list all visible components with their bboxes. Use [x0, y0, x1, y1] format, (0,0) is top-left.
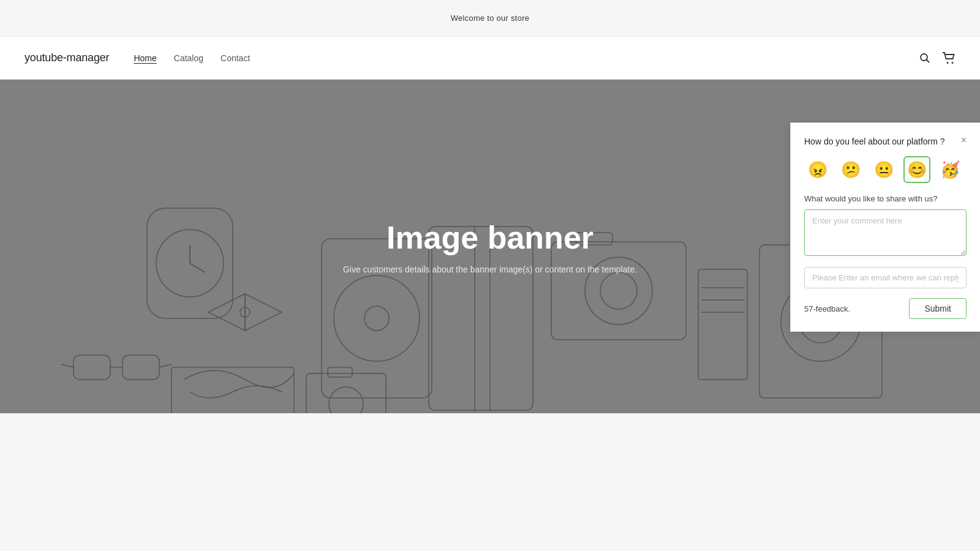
- svg-rect-36: [328, 367, 352, 377]
- search-button[interactable]: [919, 52, 931, 64]
- share-label: What would you like to share with us?: [804, 194, 967, 203]
- emoji-neutral[interactable]: 😐: [870, 156, 897, 183]
- svg-point-35: [329, 387, 363, 413]
- emoji-confused[interactable]: 😕: [837, 156, 864, 183]
- close-button[interactable]: ×: [961, 135, 967, 145]
- feedback-header: How do you feel about our platform ? ×: [804, 137, 967, 146]
- cart-icon: [942, 52, 956, 64]
- svg-rect-12: [123, 355, 159, 380]
- feedback-footer: 57-feedback. Submit: [804, 298, 967, 319]
- header-left: youtube-manager Home Catalog Contact: [24, 51, 250, 64]
- emoji-row: 😠 😕 😐 😊 🥳: [804, 156, 967, 183]
- svg-point-2: [947, 62, 949, 64]
- emoji-excited[interactable]: 🥳: [937, 156, 963, 183]
- svg-point-3: [952, 62, 954, 64]
- svg-marker-8: [208, 294, 245, 331]
- nav-catalog[interactable]: Catalog: [174, 53, 203, 63]
- email-input[interactable]: [804, 267, 967, 288]
- svg-line-14: [61, 364, 74, 367]
- comment-textarea[interactable]: [804, 209, 967, 256]
- header-icons: [919, 52, 956, 64]
- svg-point-18: [364, 306, 389, 331]
- site-name: youtube-manager: [24, 51, 109, 64]
- emoji-angry[interactable]: 😠: [804, 156, 831, 183]
- svg-line-1: [927, 59, 930, 62]
- announcement-text: Welcome to our store: [451, 13, 530, 23]
- nav-home[interactable]: Home: [134, 53, 156, 63]
- nav-contact[interactable]: Contact: [221, 53, 250, 63]
- hero-content: Image banner Give customers details abou…: [343, 219, 637, 274]
- header: youtube-manager Home Catalog Contact: [0, 37, 980, 80]
- svg-rect-26: [698, 269, 747, 380]
- cart-button[interactable]: [942, 52, 956, 64]
- svg-rect-33: [172, 367, 294, 413]
- svg-point-24: [600, 272, 637, 309]
- hero-title: Image banner: [343, 219, 637, 256]
- svg-line-7: [190, 263, 205, 272]
- hero-subtitle: Give customers details about the banner …: [343, 264, 637, 274]
- feedback-widget: How do you feel about our platform ? × 😠…: [790, 122, 980, 332]
- feedback-count: 57-feedback.: [804, 304, 850, 313]
- svg-line-15: [159, 364, 172, 367]
- below-hero: [0, 413, 980, 462]
- announcement-bar: Welcome to our store: [0, 0, 980, 37]
- svg-point-17: [334, 276, 420, 361]
- svg-marker-9: [245, 294, 282, 331]
- search-icon: [919, 52, 931, 64]
- svg-point-0: [921, 54, 927, 61]
- svg-rect-11: [74, 355, 110, 380]
- nav: Home Catalog Contact: [134, 53, 250, 63]
- feedback-question: How do you feel about our platform ?: [804, 137, 961, 146]
- svg-rect-34: [306, 373, 386, 413]
- submit-button[interactable]: Submit: [909, 298, 967, 319]
- emoji-happy[interactable]: 😊: [903, 156, 930, 183]
